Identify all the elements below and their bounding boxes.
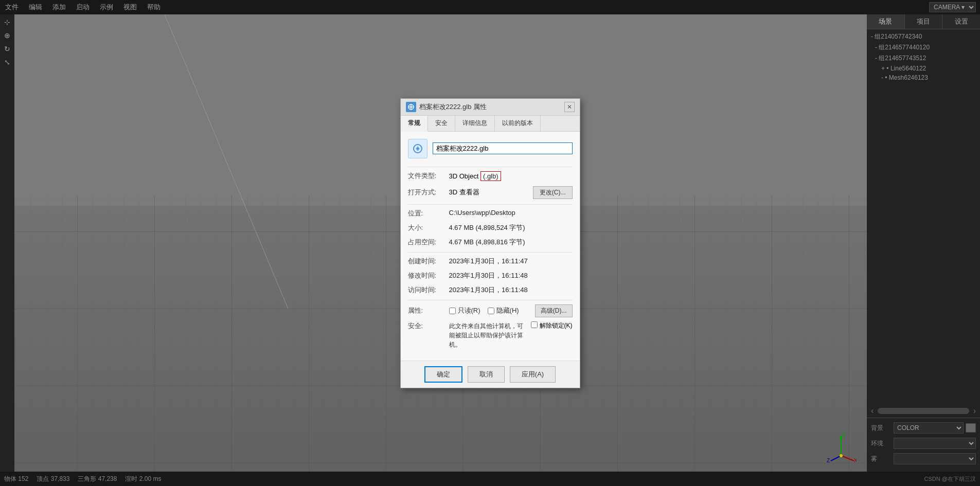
hidden-checkbox-label[interactable]: 隐藏(H) [488,306,519,315]
readonly-checkbox-label[interactable]: 只读(R) [449,306,480,315]
size-label: 大小: [408,223,449,232]
hidden-checkbox[interactable] [488,308,494,314]
dialog-tab-previous[interactable]: 以前的版本 [495,116,541,131]
filename-input[interactable] [433,142,573,154]
security-row: 安全: 此文件来自其他计算机，可能被阻止以帮助保护该计算机。 解除锁定(K) [408,321,573,349]
created-value: 2023年1月30日，16:11:47 [449,257,573,266]
dialog-tabs: 常规 安全 详细信息 以前的版本 [401,116,580,132]
filetype-row: 文件类型: 3D Object (.glb) [408,171,573,181]
accessed-label: 访问时间: [408,285,449,295]
created-row: 创建时间: 2023年1月30日，16:11:47 [408,257,573,266]
divider-2 [408,204,573,205]
divider-3 [408,252,573,253]
dialog-title: 档案柜改2222.glb 属性 [406,102,487,112]
dialog-titlebar: 档案柜改2222.glb 属性 ✕ [401,99,580,116]
security-text: 此文件来自其他计算机，可能被阻止以帮助保护该计算机。 [449,321,527,349]
attr-label: 属性: [408,306,449,315]
advanced-button[interactable]: 高级(D)... [535,304,573,317]
dialog-tab-security[interactable]: 安全 [428,116,455,131]
file-icon [406,102,416,112]
security-label: 安全: [408,321,449,331]
accessed-row: 访问时间: 2023年1月30日，16:11:48 [408,285,573,295]
filetype-label: 文件类型: [408,171,449,181]
dialog-overlay: 档案柜改2222.glb 属性 ✕ 常规 安全 详细信息 以前的版本 [0,0,980,486]
file-type-icon [408,139,427,158]
dialog-body: 文件类型: 3D Object (.glb) 打开方式: 3D 查看器 更改(C… [401,132,580,361]
ok-button[interactable]: 确定 [424,366,462,383]
modified-label: 修改时间: [408,271,449,280]
filename-row [408,139,573,158]
apply-button[interactable]: 应用(A) [510,366,556,383]
svg-point-16 [417,148,419,150]
modified-row: 修改时间: 2023年1月30日，16:11:48 [408,271,573,280]
modified-value: 2023年1月30日，16:11:48 [449,271,573,280]
size-value: 4.67 MB (4,898,524 字节) [449,223,573,232]
cancel-button[interactable]: 取消 [468,366,505,383]
filetype-ext-badge: (.glb) [480,171,501,181]
accessed-value: 2023年1月30日，16:11:48 [449,285,573,295]
openmode-value: 3D 查看器 [449,188,533,197]
dialog-footer: 确定 取消 应用(A) [401,361,580,388]
dialog-title-text: 档案柜改2222.glb 属性 [419,102,487,112]
disksize-value: 4.67 MB (4,898,816 字节) [449,238,573,247]
dialog-tab-details[interactable]: 详细信息 [455,116,495,131]
filetype-value: 3D Object [449,172,479,180]
disksize-label: 占用空间: [408,238,449,247]
created-label: 创建时间: [408,257,449,266]
attributes-row: 属性: 只读(R) 隐藏(H) 高级(D)... [408,304,573,317]
openmode-row: 打开方式: 3D 查看器 更改(C)... [408,186,573,199]
unblock-checkbox-label[interactable]: 解除锁定(K) [531,321,573,330]
unblock-checkbox[interactable] [531,321,538,328]
readonly-checkbox[interactable] [449,308,456,314]
security-content: 此文件来自其他计算机，可能被阻止以帮助保护该计算机。 解除锁定(K) [449,321,573,349]
size-row: 大小: 4.67 MB (4,898,524 字节) [408,223,573,232]
location-row: 位置: C:\Users\wpp\Desktop [408,209,573,218]
openmode-label: 打开方式: [408,188,449,197]
divider-4 [408,300,573,300]
unblock-label: 解除锁定(K) [540,321,573,330]
location-value: C:\Users\wpp\Desktop [449,209,573,217]
dialog-close-button[interactable]: ✕ [564,102,575,112]
location-label: 位置: [408,209,449,218]
readonly-label: 只读(R) [458,306,480,315]
change-button[interactable]: 更改(C)... [533,186,573,199]
dialog-tab-general[interactable]: 常规 [401,116,428,132]
hidden-label: 隐藏(H) [496,306,519,315]
divider-1 [408,167,573,167]
attr-checkboxes: 只读(R) 隐藏(H) [449,306,519,315]
disksize-row: 占用空间: 4.67 MB (4,898,816 字节) [408,238,573,247]
properties-dialog: 档案柜改2222.glb 属性 ✕ 常规 安全 详细信息 以前的版本 [400,98,580,388]
